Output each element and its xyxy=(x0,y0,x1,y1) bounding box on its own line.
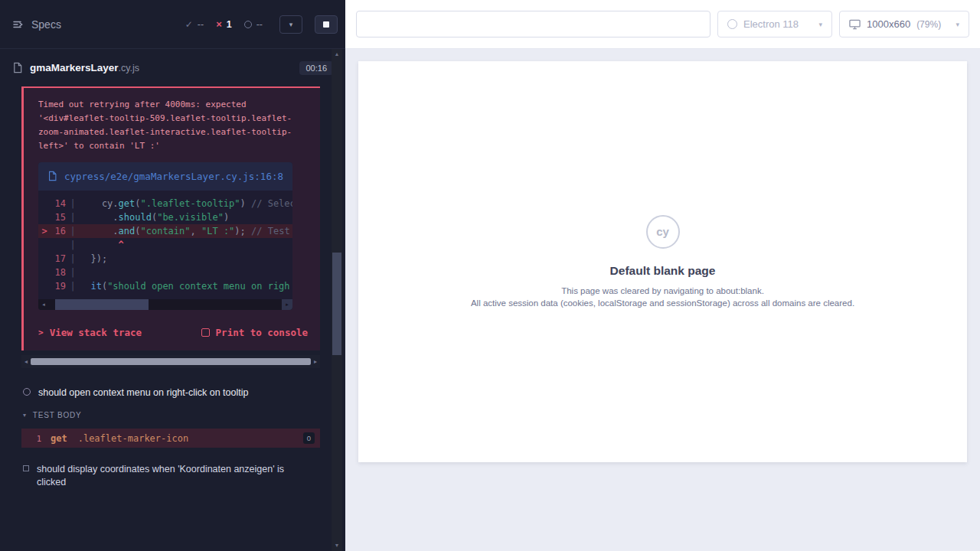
runner-header: Electron 118 ▾ 1000x660 (79%) ▾ xyxy=(345,0,980,49)
file-link-text: cypress/e2e/gmaMarkersLayer.cy.js:16:8 xyxy=(64,169,283,184)
error-actions: > View stack trace Print to console xyxy=(38,327,308,338)
failed-count: 1 xyxy=(227,19,232,30)
test-body-toggle[interactable]: ▾ TEST BODY xyxy=(0,406,345,425)
error-message: Timed out retrying after 4000ms: expecte… xyxy=(38,98,308,153)
browser-select[interactable]: Electron 118 ▾ xyxy=(717,11,832,37)
code-lines: 14| cy.get(".leaflet-tooltip") // Selec1… xyxy=(38,191,292,295)
x-icon: × xyxy=(216,18,222,30)
specs-menu-icon xyxy=(12,18,24,31)
electron-browser-icon xyxy=(727,19,737,29)
chevron-down-icon: ▾ xyxy=(23,412,27,419)
command-message: .leaflet-marker-icon xyxy=(78,433,189,444)
spec-duration-badge: 00:16 xyxy=(299,61,333,75)
test-stats: ✓ -- × 1 -- xyxy=(185,18,263,30)
stat-passed: ✓ -- xyxy=(185,19,204,30)
code-line: 19| it("should open context menu on righ xyxy=(38,279,292,293)
scroll-up-arrow-icon[interactable]: ▲ xyxy=(332,49,342,60)
blank-page-line-2: All active session data (cookies, localS… xyxy=(471,297,854,309)
chevron-right-icon: > xyxy=(38,328,44,337)
chevron-down-icon: ▾ xyxy=(818,21,822,28)
passed-count: -- xyxy=(198,19,204,30)
test-running-icon xyxy=(23,388,31,396)
reporter-header: Specs ✓ -- × 1 -- ▾ xyxy=(0,0,345,49)
command-log-row[interactable]: 1 get .leaflet-marker-icon 0 xyxy=(21,429,320,448)
test-item-active[interactable]: should open context menu on right-click … xyxy=(0,380,345,406)
code-line: >16| .and("contain", "LT :"); // Test xyxy=(38,224,292,238)
code-frame: cypress/e2e/gmaMarkersLayer.cy.js:16:8 1… xyxy=(38,162,292,310)
url-input[interactable] xyxy=(356,11,710,37)
stop-button[interactable] xyxy=(315,15,338,34)
viewport-info-button[interactable]: 1000x660 (79%) ▾ xyxy=(839,11,969,37)
spec-extension: .cy.js xyxy=(119,63,140,73)
chevron-down-icon: ▾ xyxy=(956,21,959,28)
code-frame-file-link[interactable]: cypress/e2e/gmaMarkersLayer.cy.js:16:8 xyxy=(38,162,292,191)
code-line: 17| }); xyxy=(38,252,292,266)
pending-count: -- xyxy=(256,19,263,30)
browser-label: Electron 118 xyxy=(743,18,799,30)
blank-page-line-1: This page was cleared by navigating to a… xyxy=(561,285,764,297)
code-line: | ^ xyxy=(38,238,292,252)
command-progress-badge: 0 xyxy=(303,432,315,444)
spec-file-icon xyxy=(12,62,23,73)
chevron-down-icon: ▾ xyxy=(289,21,293,28)
viewport-size: 1000x660 xyxy=(867,18,910,30)
aut-stage: cy Default blank page This page was clea… xyxy=(345,49,980,551)
code-horizontal-scrollbar[interactable]: ◂ ▸ xyxy=(38,299,292,310)
stop-icon xyxy=(323,21,329,28)
spec-name: gmaMarkersLayer.cy.js xyxy=(30,62,139,73)
code-scrollbar-thumb[interactable] xyxy=(55,299,149,310)
stat-failed: × 1 xyxy=(216,18,232,30)
scroll-right-arrow-icon[interactable]: ▸ xyxy=(282,299,292,310)
scroll-down-arrow-icon[interactable]: ▼ xyxy=(332,540,342,551)
reporter-vscrollbar-thumb[interactable] xyxy=(332,253,341,355)
test-list: should open context menu on right-click … xyxy=(0,380,345,495)
code-line: 15| .should("be.visible") xyxy=(38,210,292,224)
scroll-left-arrow-icon[interactable]: ◂ xyxy=(21,358,31,365)
pending-icon xyxy=(244,21,252,28)
error-panel: Timed out retrying after 4000ms: expecte… xyxy=(21,86,320,350)
spec-header[interactable]: gmaMarkersLayer.cy.js 00:16 xyxy=(0,49,345,86)
blank-page-title: Default blank page xyxy=(610,264,716,278)
file-icon xyxy=(47,171,57,181)
reporter-vertical-scrollbar[interactable]: ▲ ▼ xyxy=(332,49,342,551)
command-method: get xyxy=(51,433,67,444)
command-number: 1 xyxy=(21,434,41,443)
reporter-scrollbar-track[interactable] xyxy=(31,355,311,368)
specs-menu-button[interactable]: Specs xyxy=(12,18,61,31)
collapse-tests-button[interactable]: ▾ xyxy=(279,15,302,34)
scroll-left-arrow-icon[interactable]: ◂ xyxy=(38,299,49,310)
aut-iframe: cy Default blank page This page was clea… xyxy=(358,61,967,462)
runner-area: Electron 118 ▾ 1000x660 (79%) ▾ cy Defau… xyxy=(345,0,980,551)
viewport-icon xyxy=(849,19,861,30)
code-line: 18| xyxy=(38,266,292,279)
reporter-horizontal-scrollbar[interactable]: ◂ ▸ xyxy=(21,355,320,368)
specs-label: Specs xyxy=(31,18,61,31)
console-icon xyxy=(201,328,210,337)
test-title: should open context menu on right-click … xyxy=(38,386,248,399)
test-processing-icon xyxy=(23,465,29,471)
code-scrollbar-track[interactable] xyxy=(49,299,282,310)
view-stack-trace-button[interactable]: > View stack trace xyxy=(38,327,142,338)
reporter-scrollbar-thumb[interactable] xyxy=(31,358,311,365)
reporter-sidebar: Specs ✓ -- × 1 -- ▾ gmaMarkersL xyxy=(0,0,345,551)
stat-pending: -- xyxy=(244,19,263,30)
viewport-zoom: (79%) xyxy=(916,19,941,30)
print-to-console-button[interactable]: Print to console xyxy=(201,327,308,338)
test-title: should display coordinates when 'Koordin… xyxy=(37,463,310,489)
scroll-right-arrow-icon[interactable]: ▸ xyxy=(311,358,320,365)
test-item-pending[interactable]: should display coordinates when 'Koordin… xyxy=(0,457,345,495)
check-icon: ✓ xyxy=(185,19,193,30)
code-line: 14| cy.get(".leaflet-tooltip") // Selec xyxy=(38,197,292,210)
test-body-label: TEST BODY xyxy=(33,411,82,419)
cypress-logo: cy xyxy=(646,215,680,249)
